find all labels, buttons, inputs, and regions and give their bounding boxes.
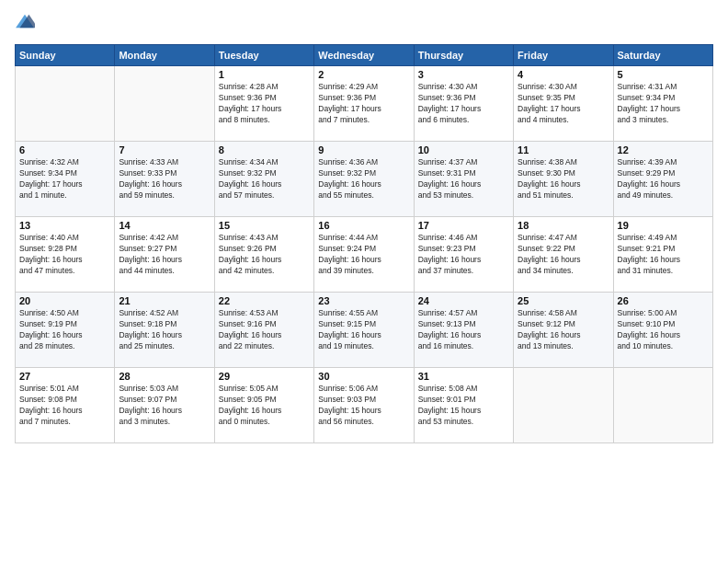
- day-number: 25: [518, 295, 609, 306]
- day-detail: Sunrise: 4:49 AM Sunset: 9:21 PM Dayligh…: [618, 233, 709, 277]
- day-cell: 27Sunrise: 5:01 AM Sunset: 9:08 PM Dayli…: [16, 368, 115, 443]
- weekday-header-friday: Friday: [514, 45, 613, 66]
- day-cell: [16, 66, 115, 142]
- day-detail: Sunrise: 4:44 AM Sunset: 9:24 PM Dayligh…: [318, 233, 409, 277]
- weekday-header-saturday: Saturday: [613, 45, 712, 66]
- day-detail: Sunrise: 4:53 AM Sunset: 9:16 PM Dayligh…: [219, 308, 310, 352]
- day-number: 28: [119, 371, 210, 382]
- day-cell: 16Sunrise: 4:44 AM Sunset: 9:24 PM Dayli…: [314, 217, 414, 293]
- day-detail: Sunrise: 4:30 AM Sunset: 9:36 PM Dayligh…: [418, 82, 509, 126]
- weekday-header-tuesday: Tuesday: [214, 45, 313, 66]
- day-detail: Sunrise: 4:47 AM Sunset: 9:22 PM Dayligh…: [518, 233, 609, 277]
- day-number: 13: [19, 220, 110, 231]
- day-detail: Sunrise: 4:58 AM Sunset: 9:12 PM Dayligh…: [518, 308, 609, 352]
- day-number: 20: [19, 295, 110, 306]
- day-detail: Sunrise: 5:01 AM Sunset: 9:08 PM Dayligh…: [19, 384, 110, 428]
- day-cell: 21Sunrise: 4:52 AM Sunset: 9:18 PM Dayli…: [115, 293, 214, 368]
- day-cell: 26Sunrise: 5:00 AM Sunset: 9:10 PM Dayli…: [613, 293, 712, 368]
- day-cell: 31Sunrise: 5:08 AM Sunset: 9:01 PM Dayli…: [414, 368, 513, 443]
- day-number: 12: [618, 144, 709, 155]
- day-detail: Sunrise: 4:33 AM Sunset: 9:33 PM Dayligh…: [119, 157, 210, 201]
- day-number: 16: [318, 220, 409, 231]
- day-cell: 24Sunrise: 4:57 AM Sunset: 9:13 PM Dayli…: [414, 293, 513, 368]
- header: [15, 11, 713, 37]
- day-detail: Sunrise: 4:32 AM Sunset: 9:34 PM Dayligh…: [19, 157, 110, 201]
- day-detail: Sunrise: 5:05 AM Sunset: 9:05 PM Dayligh…: [219, 384, 310, 428]
- day-number: 9: [318, 144, 409, 155]
- day-number: 30: [318, 371, 409, 382]
- day-number: 8: [219, 144, 310, 155]
- day-cell: 28Sunrise: 5:03 AM Sunset: 9:07 PM Dayli…: [115, 368, 214, 443]
- day-detail: Sunrise: 4:42 AM Sunset: 9:27 PM Dayligh…: [119, 233, 210, 277]
- day-cell: 12Sunrise: 4:39 AM Sunset: 9:29 PM Dayli…: [613, 142, 712, 217]
- day-cell: 11Sunrise: 4:38 AM Sunset: 9:30 PM Dayli…: [514, 142, 613, 217]
- day-number: 22: [219, 295, 310, 306]
- day-number: 31: [418, 371, 509, 382]
- day-detail: Sunrise: 4:28 AM Sunset: 9:36 PM Dayligh…: [219, 82, 310, 126]
- day-number: 24: [418, 295, 509, 306]
- day-cell: 19Sunrise: 4:49 AM Sunset: 9:21 PM Dayli…: [613, 217, 712, 293]
- week-row-3: 13Sunrise: 4:40 AM Sunset: 9:28 PM Dayli…: [16, 217, 713, 293]
- day-detail: Sunrise: 4:39 AM Sunset: 9:29 PM Dayligh…: [618, 157, 709, 201]
- day-number: 27: [19, 371, 110, 382]
- day-detail: Sunrise: 4:34 AM Sunset: 9:32 PM Dayligh…: [219, 157, 310, 201]
- day-number: 21: [119, 295, 210, 306]
- day-detail: Sunrise: 5:00 AM Sunset: 9:10 PM Dayligh…: [618, 308, 709, 352]
- day-cell: 14Sunrise: 4:42 AM Sunset: 9:27 PM Dayli…: [115, 217, 214, 293]
- day-cell: 6Sunrise: 4:32 AM Sunset: 9:34 PM Daylig…: [16, 142, 115, 217]
- day-cell: 1Sunrise: 4:28 AM Sunset: 9:36 PM Daylig…: [214, 66, 313, 142]
- day-number: 14: [119, 220, 210, 231]
- day-detail: Sunrise: 4:43 AM Sunset: 9:26 PM Dayligh…: [219, 233, 310, 277]
- day-number: 19: [618, 220, 709, 231]
- day-number: 1: [219, 69, 310, 80]
- day-detail: Sunrise: 4:30 AM Sunset: 9:35 PM Dayligh…: [518, 82, 609, 126]
- week-row-5: 27Sunrise: 5:01 AM Sunset: 9:08 PM Dayli…: [16, 368, 713, 443]
- weekday-header-wednesday: Wednesday: [314, 45, 414, 66]
- week-row-2: 6Sunrise: 4:32 AM Sunset: 9:34 PM Daylig…: [16, 142, 713, 217]
- day-cell: [514, 368, 613, 443]
- day-cell: 29Sunrise: 5:05 AM Sunset: 9:05 PM Dayli…: [214, 368, 313, 443]
- day-number: 5: [618, 69, 709, 80]
- day-number: 6: [19, 144, 110, 155]
- weekday-header-monday: Monday: [115, 45, 214, 66]
- day-cell: [115, 66, 214, 142]
- day-detail: Sunrise: 4:31 AM Sunset: 9:34 PM Dayligh…: [618, 82, 709, 126]
- day-cell: 7Sunrise: 4:33 AM Sunset: 9:33 PM Daylig…: [115, 142, 214, 217]
- day-cell: 15Sunrise: 4:43 AM Sunset: 9:26 PM Dayli…: [214, 217, 313, 293]
- weekday-header-thursday: Thursday: [414, 45, 513, 66]
- page: SundayMondayTuesdayWednesdayThursdayFrid…: [0, 0, 728, 563]
- day-cell: 3Sunrise: 4:30 AM Sunset: 9:36 PM Daylig…: [414, 66, 513, 142]
- day-cell: 20Sunrise: 4:50 AM Sunset: 9:19 PM Dayli…: [16, 293, 115, 368]
- week-row-1: 1Sunrise: 4:28 AM Sunset: 9:36 PM Daylig…: [16, 66, 713, 142]
- day-number: 3: [418, 69, 509, 80]
- logo: [15, 11, 37, 37]
- day-cell: 23Sunrise: 4:55 AM Sunset: 9:15 PM Dayli…: [314, 293, 414, 368]
- day-cell: 17Sunrise: 4:46 AM Sunset: 9:23 PM Dayli…: [414, 217, 513, 293]
- day-number: 7: [119, 144, 210, 155]
- day-number: 29: [219, 371, 310, 382]
- day-detail: Sunrise: 4:50 AM Sunset: 9:19 PM Dayligh…: [19, 308, 110, 352]
- day-number: 15: [219, 220, 310, 231]
- day-number: 23: [318, 295, 409, 306]
- day-detail: Sunrise: 4:52 AM Sunset: 9:18 PM Dayligh…: [119, 308, 210, 352]
- week-row-4: 20Sunrise: 4:50 AM Sunset: 9:19 PM Dayli…: [16, 293, 713, 368]
- day-detail: Sunrise: 4:36 AM Sunset: 9:32 PM Dayligh…: [318, 157, 409, 201]
- day-cell: 5Sunrise: 4:31 AM Sunset: 9:34 PM Daylig…: [613, 66, 712, 142]
- day-cell: 10Sunrise: 4:37 AM Sunset: 9:31 PM Dayli…: [414, 142, 513, 217]
- day-detail: Sunrise: 5:03 AM Sunset: 9:07 PM Dayligh…: [119, 384, 210, 428]
- day-cell: 8Sunrise: 4:34 AM Sunset: 9:32 PM Daylig…: [214, 142, 313, 217]
- day-number: 2: [318, 69, 409, 80]
- day-number: 17: [418, 220, 509, 231]
- day-cell: 2Sunrise: 4:29 AM Sunset: 9:36 PM Daylig…: [314, 66, 414, 142]
- day-detail: Sunrise: 4:40 AM Sunset: 9:28 PM Dayligh…: [19, 233, 110, 277]
- day-cell: 25Sunrise: 4:58 AM Sunset: 9:12 PM Dayli…: [514, 293, 613, 368]
- weekday-header-sunday: Sunday: [16, 45, 115, 66]
- day-number: 26: [618, 295, 709, 306]
- day-detail: Sunrise: 5:08 AM Sunset: 9:01 PM Dayligh…: [418, 384, 509, 428]
- day-cell: [613, 368, 712, 443]
- weekday-header-row: SundayMondayTuesdayWednesdayThursdayFrid…: [16, 45, 713, 66]
- day-number: 4: [518, 69, 609, 80]
- day-detail: Sunrise: 4:37 AM Sunset: 9:31 PM Dayligh…: [418, 157, 509, 201]
- day-cell: 30Sunrise: 5:06 AM Sunset: 9:03 PM Dayli…: [314, 368, 414, 443]
- day-detail: Sunrise: 4:38 AM Sunset: 9:30 PM Dayligh…: [518, 157, 609, 201]
